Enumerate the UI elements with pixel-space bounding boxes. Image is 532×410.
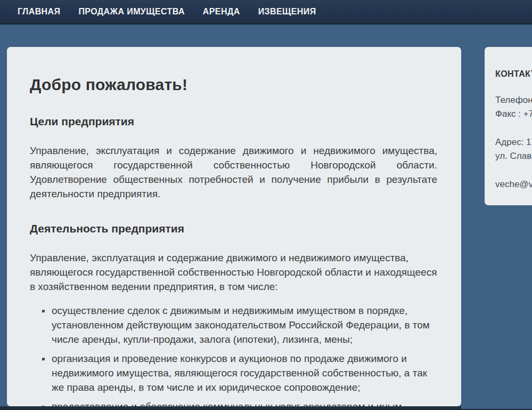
fax-line: Факс : +7 (	[495, 109, 532, 119]
welcome-card: Добро пожаловать! Цели предприятия Управ…	[7, 47, 461, 406]
activity-heading: Деятельность предприятия	[30, 222, 437, 235]
nav-item-rent[interactable]: АРЕНДА	[194, 0, 249, 23]
activities-list: осуществление сделок с движимым и недвиж…	[30, 303, 437, 410]
page: ГЛАВНАЯ ПРОДАЖА ИМУЩЕСТВА АРЕНДА ИЗВЕЩЕН…	[0, 0, 532, 410]
contact-email: veche@v	[495, 178, 532, 191]
contact-phone-fax: Телефон : Факс : +7 (	[495, 93, 532, 121]
main-nav: ГЛАВНАЯ ПРОДАЖА ИМУЩЕСТВА АРЕНДА ИЗВЕЩЕН…	[0, 0, 532, 25]
phone-line: Телефон :	[495, 95, 532, 105]
activity-paragraph: Управление, эксплуатация и содержание дв…	[30, 251, 437, 294]
list-item: осуществление сделок с движимым и недвиж…	[51, 303, 437, 347]
list-item: организация и проведение конкурсов и аук…	[51, 351, 437, 395]
contacts-heading: КОНТАКТЫ	[495, 69, 532, 79]
goals-heading: Цели предприятия	[30, 115, 437, 128]
page-title: Добро пожаловать!	[30, 76, 437, 94]
address-line-2: ул. Славн	[495, 151, 532, 161]
nav-item-notices[interactable]: ИЗВЕЩЕНИЯ	[249, 0, 325, 23]
contacts-card: КОНТАКТЫ Телефон : Факс : +7 ( Адрес: 17…	[485, 47, 532, 205]
goals-paragraph: Управление, эксплуатация и содержание дв…	[30, 143, 437, 201]
address-line-1: Адрес: 17	[495, 137, 532, 147]
nav-item-property-sale[interactable]: ПРОДАЖА ИМУЩЕСТВА	[69, 0, 193, 23]
nav-item-home[interactable]: ГЛАВНАЯ	[9, 0, 69, 23]
contact-address: Адрес: 17 ул. Славн	[495, 135, 532, 163]
